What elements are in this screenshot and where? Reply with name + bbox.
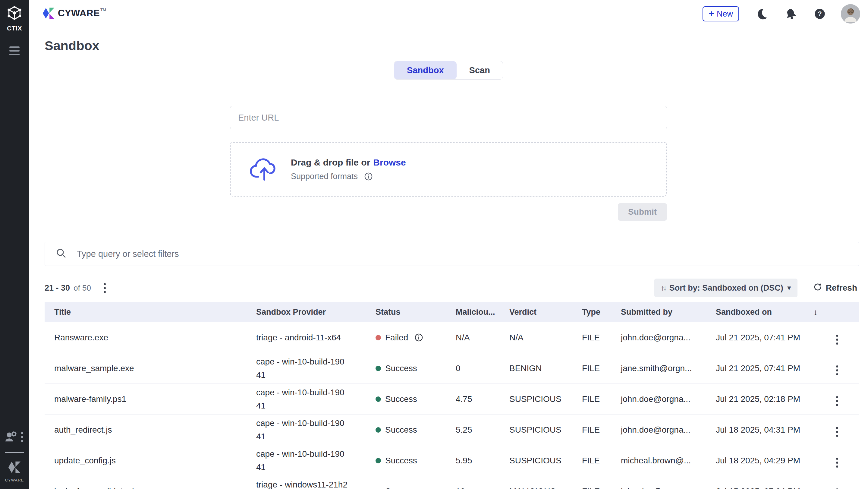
row-sandboxed-on: Jul 15 2025, 07:04 PM	[716, 487, 813, 489]
page-title: Sandbox	[44, 38, 868, 53]
row-provider: cape - win-10-build-190 41	[256, 417, 375, 443]
row-actions-kebab-icon[interactable]	[835, 426, 839, 438]
user-avatar[interactable]	[841, 4, 860, 24]
sort-arrows-icon: ↑↓	[661, 284, 666, 292]
row-actions-kebab-icon[interactable]	[835, 487, 839, 489]
row-actions-kebab-icon[interactable]	[835, 456, 839, 469]
row-verdict: SUSPICIOUS	[509, 394, 582, 404]
row-title: update_config.js	[44, 456, 256, 465]
col-title[interactable]: Title	[44, 307, 256, 317]
row-type: FILE	[582, 456, 621, 465]
table-row[interactable]: update_config.js cape - win-10-build-190…	[44, 445, 859, 476]
row-type: FILE	[582, 333, 621, 342]
status-info-icon[interactable]	[415, 333, 423, 342]
row-provider: cape - win-10-build-190 41	[256, 448, 375, 473]
row-type: FILE	[582, 364, 621, 373]
row-type: FILE	[582, 394, 621, 404]
status-dot-success	[375, 366, 381, 371]
cyware-logo-icon	[42, 7, 55, 21]
dropzone-text: Drag & drop file orBrowse	[291, 157, 406, 167]
row-submitted-by: john.doe@orgna...	[621, 333, 716, 342]
table-row[interactable]: malware_sample.exe cape - win-10-build-1…	[44, 353, 859, 384]
dark-mode-moon-icon[interactable]	[756, 8, 768, 20]
row-provider: triage - windows11-21h2 -x64	[256, 478, 375, 489]
main-content: Sandbox Sandbox Scan	[29, 28, 868, 489]
row-actions-kebab-icon[interactable]	[835, 333, 839, 346]
pagination-kebab-icon[interactable]	[102, 282, 107, 294]
row-verdict: BENIGN	[509, 364, 582, 373]
sandbox-scan-tab-group: Sandbox Scan	[394, 61, 503, 80]
sidebar-divider	[5, 452, 24, 453]
tab-scan[interactable]: Scan	[457, 61, 503, 79]
cyware-brand-text: CYWARE	[58, 7, 100, 19]
sort-direction-down-icon[interactable]: ↓	[813, 307, 818, 317]
pagination-range: 21 - 30	[44, 283, 70, 293]
row-status: Success	[375, 394, 456, 404]
row-submitted-by: john.doe@orgna...	[621, 487, 716, 489]
row-sandboxed-on: Jul 21 2025, 07:41 PM	[716, 333, 813, 342]
row-status: Success	[375, 425, 456, 435]
query-search-bar	[44, 242, 859, 266]
refresh-button[interactable]: Refresh	[811, 282, 859, 294]
row-sandboxed-on: Jul 21 2025, 02:18 PM	[716, 394, 813, 404]
row-type: FILE	[582, 425, 621, 435]
row-title: login_form_validator.js	[44, 487, 256, 489]
status-dot-failed	[375, 335, 381, 340]
help-icon[interactable]: ?	[814, 8, 826, 20]
row-verdict: SUSPICIOUS	[509, 456, 582, 465]
col-submitted-by[interactable]: Submitted by	[621, 307, 716, 317]
row-malicious: N/A	[456, 333, 509, 342]
ctix-label: CTIX	[7, 25, 22, 32]
col-verdict[interactable]: Verdict	[509, 307, 582, 317]
table-row[interactable]: Ransware.exe triage - android-11-x64 Fai…	[44, 322, 859, 353]
col-sandboxed-on[interactable]: Sandboxed on	[716, 307, 813, 317]
row-verdict: SUSPICIOUS	[509, 425, 582, 435]
row-status: Success	[375, 487, 456, 489]
row-actions-kebab-icon[interactable]	[835, 395, 839, 407]
row-actions-kebab-icon[interactable]	[835, 364, 839, 376]
sort-caret-icon: ▾	[787, 284, 791, 292]
submit-button[interactable]: Submit	[618, 203, 667, 221]
results-toolbar: 21 - 30 of 50 ↑↓ Sort by: Sandboxed on (…	[44, 279, 859, 297]
pagination-total: of 50	[73, 283, 91, 293]
ctix-cube-logo-icon[interactable]	[6, 5, 23, 22]
tab-sandbox[interactable]: Sandbox	[394, 61, 456, 79]
admin-kebab-menu-icon[interactable]	[20, 431, 24, 443]
search-input[interactable]	[76, 249, 848, 259]
row-provider: cape - win-10-build-190 41	[256, 386, 375, 412]
row-status: Failed	[375, 333, 456, 342]
row-submitted-by: john.doe@orgna...	[621, 394, 716, 404]
table-row[interactable]: auth_redirect.js cape - win-10-build-190…	[44, 415, 859, 445]
table-row[interactable]: malware-family.ps1 cape - win-10-build-1…	[44, 384, 859, 415]
col-malicious[interactable]: Maliciou...	[456, 307, 509, 317]
col-type[interactable]: Type	[582, 307, 621, 317]
browse-link[interactable]: Browse	[373, 157, 406, 167]
file-dropzone[interactable]: Drag & drop file orBrowse Supported form…	[230, 142, 667, 196]
cloud-upload-icon	[250, 157, 279, 182]
svg-text:?: ?	[818, 10, 822, 18]
col-sandbox-provider[interactable]: Sandbox Provider	[256, 307, 375, 317]
menu-hamburger-icon[interactable]	[9, 47, 20, 55]
row-provider: triage - android-11-x64	[256, 331, 375, 344]
admin-user-gear-icon[interactable]	[5, 431, 17, 443]
url-input[interactable]	[230, 106, 667, 129]
notifications-bell-icon[interactable]	[785, 8, 797, 20]
app-root: CTIX CYWARE	[0, 0, 868, 489]
row-verdict: N/A	[509, 333, 582, 342]
status-dot-success	[375, 396, 381, 402]
new-button[interactable]: + New	[703, 6, 739, 22]
row-malicious: 5.95	[456, 456, 509, 465]
row-malicious: 5.25	[456, 425, 509, 435]
refresh-icon	[813, 282, 822, 294]
table-row[interactable]: login_form_validator.js triage - windows…	[44, 476, 859, 489]
cyware-logo: CYWARE TM	[42, 7, 106, 21]
sort-by-button[interactable]: ↑↓ Sort by: Sandboxed on (DSC) ▾	[654, 279, 798, 297]
sidebar: CTIX CYWARE	[0, 0, 29, 489]
status-dot-success	[375, 458, 381, 463]
row-status: Success	[375, 456, 456, 465]
supported-formats-info-icon[interactable]	[364, 173, 373, 181]
row-sandboxed-on: Jul 18 2025, 04:29 PM	[716, 456, 813, 465]
col-status[interactable]: Status	[375, 307, 456, 317]
status-dot-success	[375, 427, 381, 433]
row-type: FILE	[582, 487, 621, 489]
